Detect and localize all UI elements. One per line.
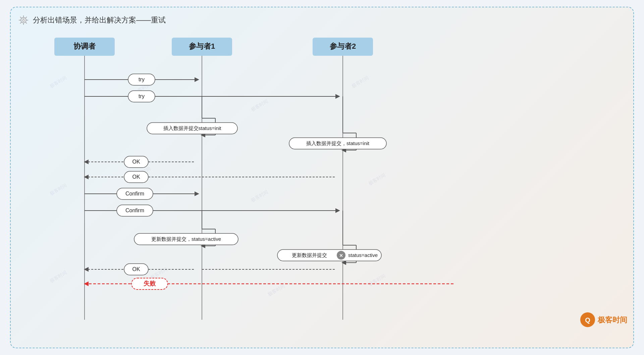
confirm1-arrowhead [195,191,199,196]
insert1-label: 插入数据并提交status=init [163,125,222,131]
fail-label: 失败 [143,280,156,287]
watermark: 极客时间 [250,98,269,113]
svg-line-6 [25,22,27,24]
watermark: 极客时间 [267,283,286,297]
svg-line-7 [25,17,27,18]
update1-label: 更新数据并提交，status=active [151,236,221,242]
try2-label: try [139,93,145,99]
bulb-gear-icon [17,14,30,26]
update2-label-right: status=active [348,252,378,258]
svg-line-8 [20,22,21,24]
error-x: ✕ [339,253,343,258]
sequence-diagram: 极客时间 极客时间 极客时间 极客时间 极客时间 极客时间 极客时间 极客时间 … [17,28,628,347]
confirm2-arrowhead [335,208,340,213]
insert2-label: 插入数据并提交，status=init [306,140,370,146]
try2-arrowhead [335,94,340,99]
participant1-label: 参与者1 [189,42,215,50]
participant2-label: 参与者2 [330,42,356,50]
ok2-label: OK [132,174,140,180]
watermark: 极客时间 [367,172,386,186]
watermark: 极客时间 [367,273,386,287]
brand-name: 极客时间 [597,316,627,324]
try1-label: try [139,77,145,82]
watermark: 极客时间 [250,189,269,203]
ok3-label: OK [132,266,140,272]
watermark: 极客时间 [49,75,68,89]
confirm1-label: Confirm [125,191,144,196]
ok1-label: OK [132,159,140,165]
update2-label-left: 更新数据并提交 [292,252,327,258]
watermark: 极客时间 [49,182,68,196]
try1-arrowhead [195,77,199,82]
main-container: 分析出错场景，并给出解决方案——重试 极客时间 极客时间 极客时间 极客时间 极… [10,7,634,348]
svg-line-5 [20,17,21,18]
watermark: 极客时间 [49,270,68,284]
confirm2-label: Confirm [125,208,144,213]
brand-q: Q [585,316,590,324]
title-row: 分析出错场景，并给出解决方案——重试 [17,14,627,26]
coordinator-label: 协调者 [73,42,96,50]
page-title: 分析出错场景，并给出解决方案——重试 [33,15,166,25]
watermark: 极客时间 [351,75,370,89]
